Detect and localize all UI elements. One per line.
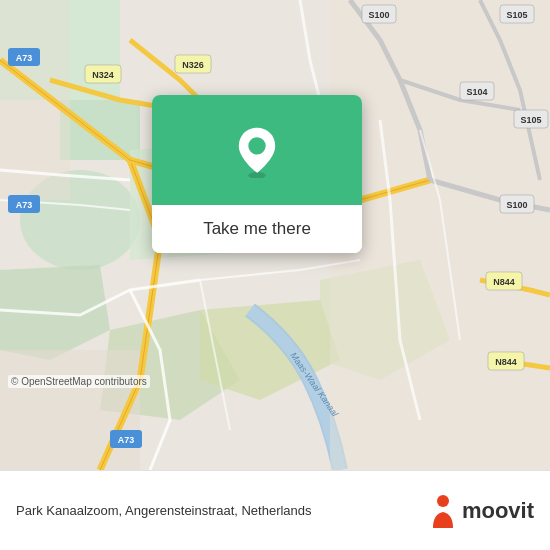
svg-text:S104: S104 xyxy=(466,87,487,97)
moovit-text: moovit xyxy=(462,498,534,524)
svg-rect-11 xyxy=(0,350,140,470)
moovit-logo: moovit xyxy=(428,494,534,528)
svg-text:S100: S100 xyxy=(368,10,389,20)
svg-text:N844: N844 xyxy=(495,357,517,367)
svg-text:N326: N326 xyxy=(182,60,204,70)
moovit-person-icon xyxy=(428,494,458,528)
popup-button-area: Take me there xyxy=(152,205,362,253)
take-me-there-button[interactable]: Take me there xyxy=(203,219,311,239)
svg-text:A73: A73 xyxy=(118,435,135,445)
svg-text:S105: S105 xyxy=(520,115,541,125)
svg-point-38 xyxy=(248,137,265,154)
popup-green-area xyxy=(152,95,362,205)
location-pin-icon xyxy=(231,126,283,178)
location-text: Park Kanaalzoom, Angerensteinstraat, Net… xyxy=(16,503,312,518)
svg-text:A73: A73 xyxy=(16,200,33,210)
svg-text:A73: A73 xyxy=(16,53,33,63)
bottom-bar: Park Kanaalzoom, Angerensteinstraat, Net… xyxy=(0,470,550,550)
location-name: Park Kanaalzoom, Angerensteinstraat, Net… xyxy=(16,503,312,518)
svg-text:N324: N324 xyxy=(92,70,114,80)
map-attribution: © OpenStreetMap contributors xyxy=(8,375,150,388)
popup-card: Take me there xyxy=(152,95,362,253)
svg-rect-3 xyxy=(60,100,140,160)
svg-text:S105: S105 xyxy=(506,10,527,20)
svg-rect-10 xyxy=(330,0,550,470)
map-container[interactable]: A73 A73 A73 N326 N324 S100 S104 S105 S10… xyxy=(0,0,550,470)
svg-point-39 xyxy=(437,495,449,507)
svg-text:N844: N844 xyxy=(493,277,515,287)
svg-text:S100: S100 xyxy=(506,200,527,210)
svg-point-37 xyxy=(248,172,265,178)
